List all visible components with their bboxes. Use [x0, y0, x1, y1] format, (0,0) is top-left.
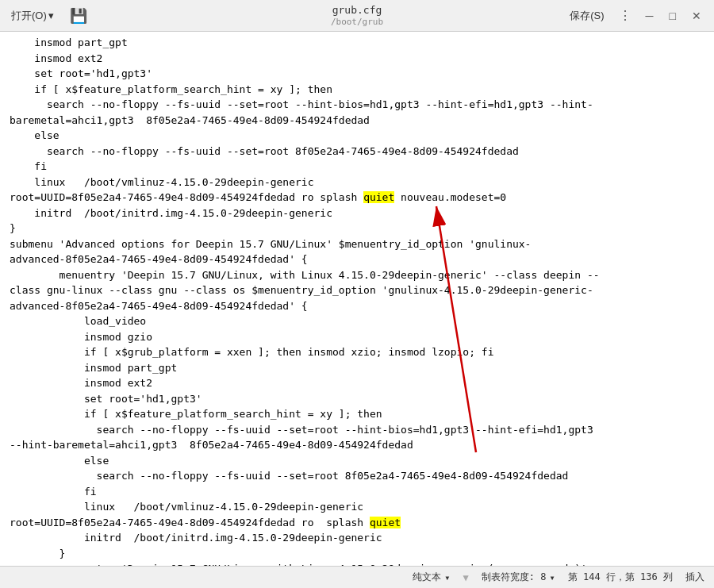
line-5: search --no-floppy --fs-uuid --set=root …	[10, 98, 593, 110]
line-32: root=UUID=8f05e2a4-7465-49e4-8d09-454924…	[10, 517, 401, 528]
line-10: linux /boot/vmlinuz-4.15.0-29deepin-gene…	[10, 176, 314, 188]
line-27: --hint-baremetal=ahci1,gpt3 8f05e2a4-746…	[10, 439, 413, 451]
open-label: 打开(O)	[11, 9, 47, 23]
line-17: class gnu-linux --class gnu --class os $…	[10, 284, 593, 296]
tab-width-item: 制表符宽度: 8 ▾	[482, 571, 555, 584]
line-11: root=UUID=8f05e2a4-7465-49e4-8d09-454924…	[10, 191, 506, 203]
menu-button[interactable]: ⋮	[614, 6, 636, 25]
line-7: else	[10, 129, 60, 141]
line-13: }	[10, 222, 16, 234]
text-mode-item: 纯文本 ▾	[413, 571, 450, 584]
line-22: insmod part_gpt	[10, 362, 177, 374]
open-arrow-icon: ▾	[48, 10, 54, 21]
line-23: insmod ext2	[10, 377, 152, 389]
line-21: if [ x$grub_platform = xxen ]; then insm…	[10, 346, 493, 358]
line-3: set root='hd1,gpt3'	[10, 67, 152, 79]
line-31: linux /boot/vmlinuz-4.15.0-29deepin-gene…	[10, 501, 363, 513]
line-19: load_video	[10, 315, 146, 327]
text-mode-label: 纯文本	[413, 571, 441, 584]
line-1: insmod part_gpt	[10, 37, 128, 48]
statusbar: 纯文本 ▾ ▼ 制表符宽度: 8 ▾ 第 144 行，第 136 列 插入	[0, 566, 714, 588]
position-item: 第 144 行，第 136 列	[568, 571, 673, 584]
line-26: search --no-floppy --fs-uuid --set=root …	[10, 424, 593, 436]
highlight-quiet-1: quiet	[363, 191, 394, 203]
titlebar-right: 保存(S) ⋮ ─ □ ✕	[563, 6, 708, 26]
open-menu-button[interactable]: 打开(O) ▾	[6, 6, 59, 26]
line-20: insmod gzio	[10, 331, 152, 343]
line-33: initrd /boot/initrd.img-4.15.0-29deepin-…	[10, 532, 382, 544]
line-15: advanced-8f05e2a4-7465-49e4-8d09-454924f…	[10, 253, 308, 265]
line-18: advanced-8f05e2a4-7465-49e4-8d09-454924f…	[10, 300, 308, 312]
separator-1: ▼	[463, 572, 469, 583]
titlebar-left: 打开(O) ▾ 💾	[6, 6, 92, 26]
titlebar-center: grub.cfg /boot/grub	[331, 4, 383, 27]
code-content: insmod part_gpt insmod ext2 set root='hd…	[0, 35, 714, 566]
line-6: baremetal=ahci1,gpt3 8f05e2a4-7465-49e4-…	[10, 114, 370, 126]
line-35: menuentry 'Deepin 15.7 GNU/Linux, with L…	[10, 563, 605, 566]
line-9: fi	[10, 160, 47, 172]
cursor-position: 第 144 行，第 136 列	[568, 571, 673, 584]
line-14: submenu 'Advanced options for Deepin 15.…	[10, 238, 531, 250]
insert-mode-item: 插入	[685, 571, 704, 584]
save-icon-button[interactable]: 💾	[65, 6, 92, 26]
line-34: }	[10, 548, 65, 559]
line-4: if [ x$feature_platform_search_hint = xy…	[10, 83, 332, 95]
text-mode-arrow: ▾	[444, 572, 450, 583]
line-8: search --no-floppy --fs-uuid --set=root …	[10, 145, 519, 157]
line-12: initrd /boot/initrd.img-4.15.0-29deepin-…	[10, 207, 332, 219]
line-16: menuentry 'Deepin 15.7 GNU/Linux, with L…	[10, 269, 600, 281]
line-2: insmod ext2	[10, 52, 102, 64]
save-button[interactable]: 保存(S)	[563, 6, 610, 26]
file-path: /boot/grub	[331, 17, 383, 27]
tab-width-arrow: ▾	[550, 572, 555, 583]
line-28: else	[10, 455, 109, 467]
editor-area[interactable]: insmod part_gpt insmod ext2 set root='hd…	[0, 32, 714, 566]
line-25: if [ x$feature_platform_search_hint = xy…	[10, 408, 382, 420]
insert-mode-label: 插入	[685, 571, 704, 584]
titlebar: 打开(O) ▾ 💾 grub.cfg /boot/grub 保存(S) ⋮ ─ …	[0, 0, 714, 32]
line-24: set root='hd1,gpt3'	[10, 393, 202, 405]
file-title: grub.cfg	[331, 4, 383, 17]
line-30: fi	[10, 486, 97, 498]
line-29: search --no-floppy --fs-uuid --set=root …	[10, 470, 568, 482]
tab-width-label: 制表符宽度: 8	[482, 571, 547, 584]
minimize-button[interactable]: ─	[639, 7, 660, 25]
close-button[interactable]: ✕	[685, 7, 708, 25]
highlight-quiet-2: quiet	[370, 517, 401, 528]
maximize-button[interactable]: □	[663, 7, 682, 25]
